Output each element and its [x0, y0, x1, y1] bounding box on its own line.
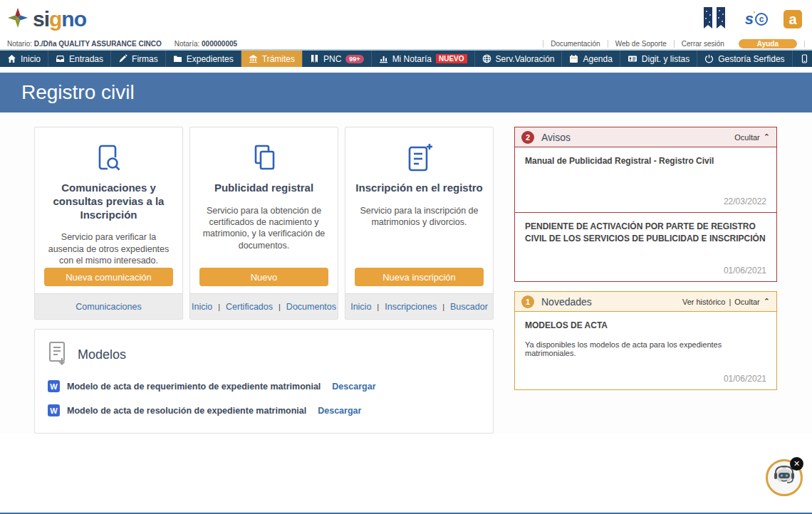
ver-historico-link[interactable]: Ver histórico [682, 298, 726, 306]
nav-item-firma-app[interactable]: Firma App [793, 51, 812, 67]
card-description: Servicio para verificar la ausencia de o… [35, 231, 182, 266]
avisos-title: Avisos [541, 132, 571, 143]
inicio-link[interactable]: Inicio [192, 302, 212, 312]
nav-item-pnc[interactable]: PNC 99+ [303, 51, 372, 67]
nav-item-mi-notaria[interactable]: Mi Notaría NUEVO [372, 51, 475, 67]
word-file-icon: W [48, 380, 60, 392]
documentation-link[interactable]: Documentación [543, 40, 607, 48]
card-title: Comunicaciones y consultas previas a la … [35, 182, 182, 221]
notary-info-bar: Notario: D./Dña QUALITY ASSURANCE CINCO … [0, 38, 812, 51]
inicio-link[interactable]: Inicio [350, 302, 371, 312]
notary-name: Notario: D./Dña QUALITY ASSURANCE CINCO [7, 40, 162, 48]
modelo-row: W Modelo de acta de requerimiento de exp… [48, 380, 480, 392]
nav-item-expedientes[interactable]: Expedientes [166, 51, 241, 67]
avisos-ocultar-link[interactable]: Ocultar [734, 133, 759, 142]
nav-item-entradas[interactable]: Entradas [48, 51, 111, 67]
aviso-item[interactable]: Manual de Publicidad Registral - Registr… [514, 147, 777, 213]
card-footer: Inicio | Certificados | Documentos [190, 293, 338, 319]
notary-number: Notaría: 000000005 [175, 40, 237, 48]
avisos-header: 2 Avisos Ocultar ⌃ [514, 127, 777, 147]
modelo-label: Modelo de acta de requerimiento de exped… [67, 382, 321, 392]
novedad-item[interactable]: MODELOS DE ACTA Ya disponibles los model… [514, 312, 777, 390]
pen-icon [118, 54, 127, 63]
signo-logo[interactable]: signo [7, 7, 86, 31]
novedades-title: Novedades [541, 296, 592, 308]
word-file-icon: W [48, 404, 60, 416]
card-footer: Comunicaciones [35, 293, 182, 319]
help-button[interactable]: Ayuda [739, 39, 797, 48]
aviso-date: 22/03/2022 [525, 196, 766, 206]
id-card-icon [628, 54, 637, 63]
action-separator: | [729, 298, 731, 306]
page-header-banner: Registro civil [0, 73, 812, 112]
link-separator: | [218, 303, 220, 311]
card-description: Servicio para la obtención de certificad… [190, 205, 338, 251]
nueva-comunicacion-button[interactable]: Nueva comunicación [44, 268, 173, 286]
documentos-link[interactable]: Documentos [286, 302, 336, 312]
bar-chart-icon [379, 54, 388, 63]
home-icon [7, 54, 16, 63]
card-inscripcion: Inscripción en el registro Servicio para… [345, 127, 494, 320]
nueva-inscripcion-button[interactable]: Nueva inscripción [355, 268, 484, 286]
descargar-link[interactable]: Descargar [318, 406, 361, 416]
novedades-count-badge: 1 [521, 295, 534, 308]
modelo-row: W Modelo de acta de resolución de expedi… [48, 404, 480, 416]
mobile-icon [800, 54, 809, 63]
nuevo-button[interactable]: Nuevo [199, 268, 328, 286]
chatbot-close-icon[interactable]: ✕ [790, 457, 803, 471]
modelos-card: Modelos W Modelo de acta de requerimient… [34, 329, 494, 434]
nav-item-serv-valoracion[interactable]: Serv.Valoración [475, 51, 563, 67]
link-separator: | [279, 303, 281, 311]
main-content: Comunicaciones y consultas previas a la … [0, 112, 812, 434]
signo-wordmark: signo [33, 7, 86, 31]
signo-star-icon [7, 7, 28, 31]
topbar-divider [804, 41, 805, 48]
support-web-link[interactable]: Web de Soporte [608, 40, 674, 48]
card-description: Servicio para la inscripción de matrimon… [345, 205, 493, 229]
certificados-link[interactable]: Certificados [226, 302, 273, 312]
nav-item-agenda[interactable]: Agenda [562, 51, 620, 67]
buscador-link[interactable]: Buscador [450, 302, 488, 312]
flags-icon [310, 54, 319, 63]
novedades-ocultar-link[interactable]: Ocultar [734, 298, 759, 306]
page-title: Registro civil [21, 81, 135, 104]
pnc-count-badge: 99+ [345, 55, 363, 63]
nav-item-tramites[interactable]: Trámites [241, 51, 303, 67]
nav-item-inicio[interactable]: Inicio [0, 51, 48, 67]
nav-item-firmas[interactable]: Firmas [111, 51, 166, 67]
collapse-chevron-icon[interactable]: ⌃ [764, 132, 770, 142]
collapse-chevron-icon[interactable]: ⌃ [764, 297, 770, 306]
modelos-title: Modelos [78, 347, 126, 362]
ancert-a-icon: a [784, 10, 802, 28]
bank-icon [249, 54, 258, 63]
novedad-text: Ya disponibles los modelos de acta para … [525, 340, 766, 357]
aviso-date: 01/06/2021 [525, 266, 766, 276]
power-icon [704, 54, 714, 63]
inscripciones-link[interactable]: Inscripciones [385, 302, 437, 312]
calendar-icon [569, 54, 578, 63]
folder-icon [173, 54, 182, 63]
card-title: Publicidad registral [204, 182, 323, 195]
app-header: signo s'c a [0, 0, 812, 38]
modelo-label: Modelo de acta de resolución de expedien… [67, 406, 306, 416]
card-comunicaciones: Comunicaciones y consultas previas a la … [34, 127, 183, 320]
aviso-title: PENDIENTE DE ACTIVACIÓN POR PARTE DE REG… [525, 221, 766, 245]
sc-seal-icon: s'c [745, 10, 768, 28]
chatbot-button[interactable]: ✕ [766, 459, 803, 496]
avisos-count-badge: 2 [521, 131, 534, 144]
nav-item-digit-listas[interactable]: Digit. y listas [620, 51, 697, 67]
logout-link[interactable]: Cerrar sesión [674, 40, 732, 48]
document-add-icon [405, 143, 434, 174]
comunicaciones-link[interactable]: Comunicaciones [76, 302, 141, 312]
card-title: Inscripción en el registro [345, 182, 492, 195]
novedad-date: 01/06/2021 [525, 374, 766, 384]
card-footer: Inicio | Inscripciones | Buscador [345, 293, 493, 319]
notary-ribbons-icon [702, 7, 729, 31]
aviso-item[interactable]: PENDIENTE DE ACTIVACIÓN POR PARTE DE REG… [514, 213, 777, 282]
card-publicidad-registral: Publicidad registral Servicio para la ob… [189, 127, 338, 320]
descargar-link[interactable]: Descargar [332, 382, 375, 392]
nav-item-gestoria-serfides[interactable]: Gestoría Serfides [697, 51, 792, 67]
inbox-icon [56, 54, 65, 63]
novedad-title: MODELOS DE ACTA [525, 320, 766, 332]
link-separator: | [377, 303, 379, 311]
